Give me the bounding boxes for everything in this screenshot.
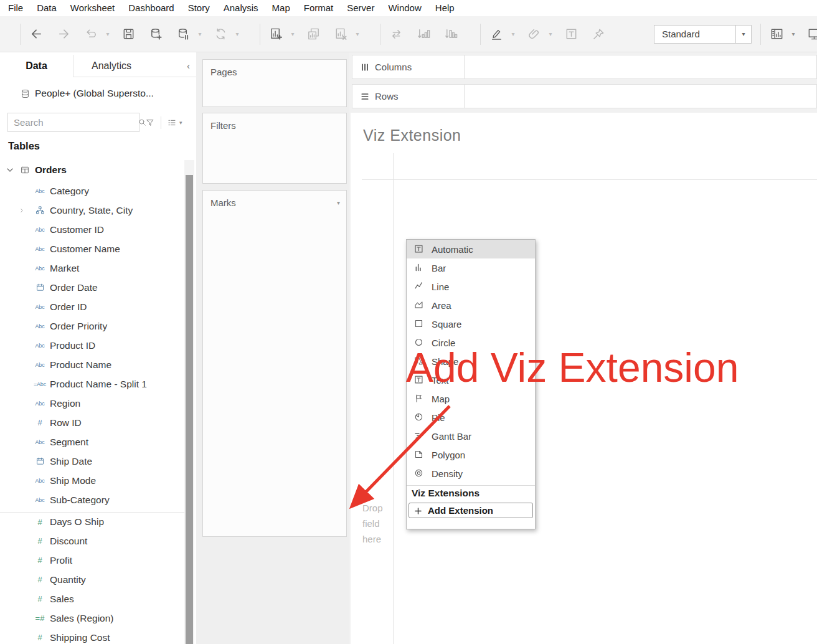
- field-item[interactable]: AbcOrder Priority: [0, 316, 184, 336]
- datasource-item[interactable]: People+ (Global Supersto...: [0, 81, 184, 106]
- field-item[interactable]: Ship Date: [0, 452, 184, 471]
- marks-menu-item[interactable]: Pie: [407, 408, 535, 427]
- rows-shelf[interactable]: Rows: [352, 84, 817, 108]
- search-input[interactable]: [8, 117, 138, 128]
- refresh-datasource-icon[interactable]: [214, 27, 228, 41]
- presentation-icon[interactable]: [807, 27, 817, 41]
- format-links-icon[interactable]: [527, 27, 541, 41]
- field-item[interactable]: AbcCustomer ID: [0, 220, 184, 239]
- sort-ascending-icon[interactable]: [417, 27, 431, 41]
- menu-item-analysis[interactable]: Analysis: [217, 0, 265, 16]
- scrollbar-thumb[interactable]: [186, 175, 193, 644]
- marks-menu-item[interactable]: Map: [407, 389, 535, 408]
- view-options-icon[interactable]: [167, 118, 177, 128]
- field-item[interactable]: #Discount: [0, 531, 184, 551]
- marks-menu-item[interactable]: Density: [407, 464, 535, 483]
- table-item-orders[interactable]: Orders: [0, 162, 184, 178]
- menu-item-file[interactable]: File: [1, 0, 30, 16]
- field-item[interactable]: AbcRegion: [0, 394, 184, 413]
- field-item[interactable]: Country, State, City: [0, 201, 184, 220]
- caret-down-icon[interactable]: ▾: [289, 31, 296, 37]
- menu-item-help[interactable]: Help: [428, 0, 461, 16]
- field-item[interactable]: AbcCategory: [0, 181, 184, 201]
- text-label-icon[interactable]: [564, 27, 579, 41]
- view-mode-select[interactable]: Standard ▾: [654, 25, 752, 44]
- caret-down-icon[interactable]: ▾: [234, 31, 241, 37]
- field-label: Segment: [50, 437, 88, 448]
- marks-menu-item[interactable]: Area: [407, 296, 535, 315]
- field-item[interactable]: AbcProduct ID: [0, 336, 184, 355]
- field-item[interactable]: #Days O Ship: [0, 512, 184, 531]
- field-item[interactable]: #Shipping Cost: [0, 628, 184, 644]
- menu-item-story[interactable]: Story: [181, 0, 217, 16]
- field-label: Row ID: [50, 417, 82, 429]
- clear-sheet-icon[interactable]: [334, 27, 348, 41]
- field-item[interactable]: AbcSegment: [0, 432, 184, 452]
- menu-item-worksheet[interactable]: Worksheet: [64, 0, 121, 16]
- menu-item-window[interactable]: Window: [381, 0, 428, 16]
- save-icon[interactable]: [121, 27, 136, 41]
- field-item[interactable]: AbcCustomer Name: [0, 239, 184, 258]
- view-mode-caret[interactable]: ▾: [736, 25, 752, 44]
- toolbar-separator: [380, 24, 380, 45]
- show-me-icon[interactable]: [770, 27, 784, 41]
- add-extension-button[interactable]: Add Extension: [408, 503, 533, 518]
- field-item[interactable]: AbcProduct Name: [0, 355, 184, 374]
- menu-item-data[interactable]: Data: [30, 0, 64, 16]
- menu-item-format[interactable]: Format: [297, 0, 341, 16]
- marks-menu-item[interactable]: Polygon: [407, 445, 535, 464]
- columns-shelf[interactable]: Columns: [352, 55, 817, 79]
- field-item[interactable]: #Profit: [0, 551, 184, 570]
- marks-card-caret-icon[interactable]: ▾: [337, 199, 340, 206]
- caret-down-icon[interactable]: ▾: [354, 31, 361, 37]
- add-datasource-icon[interactable]: [149, 27, 163, 41]
- chevron-down-icon[interactable]: [5, 165, 15, 175]
- field-item[interactable]: #Row ID: [0, 413, 184, 432]
- menu-item-dashboard[interactable]: Dashboard: [121, 0, 181, 16]
- swap-rows-columns-icon[interactable]: [389, 27, 404, 41]
- caret-down-icon[interactable]: ▾: [790, 31, 797, 37]
- menu-item-server[interactable]: Server: [340, 0, 381, 16]
- search-box[interactable]: [7, 113, 139, 132]
- marks-card[interactable]: Marks ▾: [202, 190, 347, 537]
- back-icon[interactable]: [29, 27, 44, 41]
- marks-menu-item[interactable]: Gantt Bar: [407, 427, 535, 445]
- fix-axes-icon[interactable]: [592, 27, 606, 41]
- forward-icon[interactable]: [57, 27, 71, 41]
- field-item[interactable]: AbcOrder ID: [0, 297, 184, 316]
- caret-down-icon[interactable]: ▾: [509, 31, 517, 37]
- field-item[interactable]: =AbcProduct Name - Split 1: [0, 374, 184, 394]
- sidebar-scrollbar[interactable]: [184, 160, 194, 644]
- caret-down-icon[interactable]: ▾: [179, 120, 182, 126]
- field-item[interactable]: #Quantity: [0, 570, 184, 589]
- collapse-pane-chevron[interactable]: ‹: [149, 55, 196, 77]
- marks-menu-item[interactable]: Line: [407, 277, 535, 296]
- marks-menu-item[interactable]: Automatic: [407, 240, 535, 258]
- caret-down-icon[interactable]: ▾: [196, 31, 204, 37]
- tab-data[interactable]: Data: [0, 55, 73, 77]
- marks-menu-item[interactable]: Square: [407, 315, 535, 333]
- field-label: Product Name - Split 1: [50, 379, 147, 390]
- sort-descending-icon[interactable]: [444, 27, 458, 41]
- pause-datasource-icon[interactable]: [176, 27, 191, 41]
- caret-down-icon[interactable]: ▾: [104, 31, 111, 37]
- field-item[interactable]: #Sales: [0, 589, 184, 608]
- field-item[interactable]: =#Sales (Region): [0, 608, 184, 628]
- chevron-right-icon[interactable]: [19, 207, 25, 214]
- tab-analytics[interactable]: Analytics: [73, 55, 149, 77]
- pages-card[interactable]: Pages: [202, 59, 347, 107]
- marks-menu-item[interactable]: Bar: [407, 258, 535, 277]
- new-worksheet-icon[interactable]: [269, 27, 283, 41]
- field-item[interactable]: Order Date: [0, 278, 184, 297]
- duplicate-sheet-icon[interactable]: [306, 27, 321, 41]
- field-item[interactable]: AbcShip Mode: [0, 471, 184, 490]
- field-item[interactable]: AbcSub-Category: [0, 490, 184, 509]
- menu-item-map[interactable]: Map: [265, 0, 297, 16]
- highlight-icon[interactable]: [489, 27, 504, 41]
- undo-icon[interactable]: [84, 27, 98, 41]
- filters-card[interactable]: Filters: [202, 113, 347, 184]
- field-item[interactable]: AbcMarket: [0, 258, 184, 278]
- caret-down-icon[interactable]: ▾: [547, 31, 554, 37]
- filter-icon[interactable]: [145, 118, 155, 128]
- view-mode-value[interactable]: Standard: [654, 25, 736, 44]
